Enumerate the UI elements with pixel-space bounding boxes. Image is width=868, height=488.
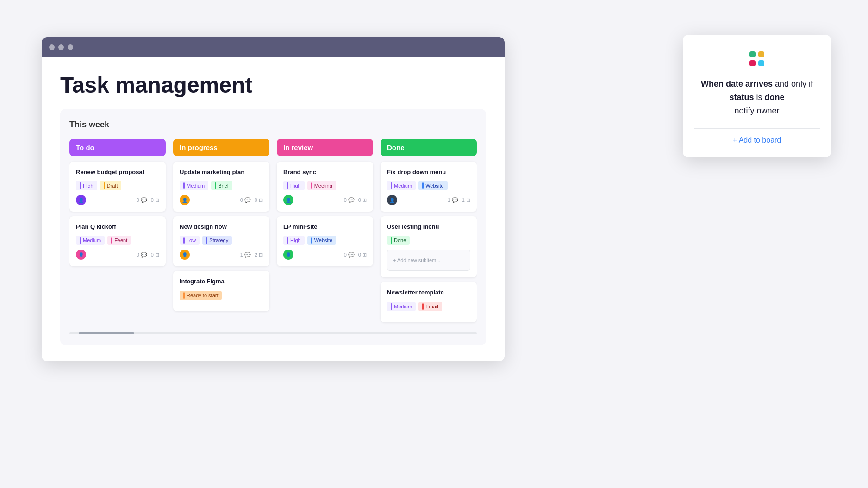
card-tags: High Draft	[76, 181, 159, 190]
slack-popup-text: When date arrives and only if status is …	[694, 77, 820, 117]
task-count: 0 ⊞	[358, 197, 367, 203]
column-header-inprogress: In progress	[173, 139, 269, 156]
tag-bar	[391, 182, 392, 189]
card-usertesting-menu[interactable]: UserTesting menu Done + Add new subitem.…	[381, 216, 477, 277]
comment-count: 0 💬	[344, 197, 355, 203]
browser-titlebar	[42, 37, 505, 57]
avatar: 👤	[180, 195, 190, 205]
footer-icons: 0 💬 0 ⊞	[137, 197, 159, 203]
card-title: UserTesting menu	[387, 223, 470, 231]
tag-label: Medium	[394, 183, 412, 188]
page-wrapper: Task management This week To do Renew bu…	[0, 0, 868, 488]
comment-count: 1 💬	[448, 197, 458, 203]
browser-content: Task management This week To do Renew bu…	[42, 57, 505, 361]
tag-bar	[80, 182, 81, 189]
card-brand-sync[interactable]: Brand sync High Meeting	[277, 162, 373, 212]
card-tags: Medium Event	[76, 236, 159, 245]
card-tags: High Meeting	[283, 181, 367, 190]
card-fix-dropdown[interactable]: Fix drop down menu Medium Website	[381, 162, 477, 212]
tag-bar	[422, 303, 424, 310]
svg-rect-2	[758, 51, 764, 57]
svg-rect-3	[758, 60, 764, 66]
task-count: 1 ⊞	[462, 197, 470, 203]
card-plan-q-kickoff[interactable]: Plan Q kickoff Medium Event	[69, 216, 166, 266]
columns-wrapper: To do Renew budget proposal High	[69, 139, 477, 327]
tag-label: Draft	[107, 183, 118, 188]
card-tags: Ready to start	[180, 291, 263, 300]
add-subitem-button[interactable]: + Add new subitem...	[393, 255, 464, 266]
column-done: Done Fix drop down menu Medium	[381, 139, 477, 327]
tag-label: High	[290, 238, 301, 243]
slack-text-bold-status: status	[729, 93, 754, 102]
comment-count: 0 💬	[240, 197, 251, 203]
card-title: Newsletter template	[387, 288, 470, 297]
tag-label: Meeting	[314, 183, 332, 188]
comment-count: 0 💬	[137, 197, 147, 203]
tag-bar	[183, 292, 185, 299]
kanban-board: This week To do Renew budget proposal Hi…	[60, 109, 486, 345]
tag-website: Website	[418, 181, 448, 190]
card-new-design-flow[interactable]: New design flow Low Strategy	[173, 216, 269, 266]
column-inprogress: In progress Update marketing plan Medium	[173, 139, 269, 327]
card-footer: 👤 0 💬 0 ⊞	[283, 250, 367, 260]
add-to-board-button[interactable]: + Add to board	[694, 128, 820, 144]
page-title: Task management	[60, 72, 486, 98]
slack-text-bold-date: When date arrives	[701, 79, 773, 88]
task-count: 0 ⊞	[151, 252, 159, 258]
card-footer: 👤 0 💬 0 ⊞	[283, 195, 367, 205]
card-update-marketing[interactable]: Update marketing plan Medium Brief	[173, 162, 269, 212]
card-footer: 👤 1 💬 2 ⊞	[180, 250, 263, 260]
column-header-done: Done	[381, 139, 477, 156]
card-title: New design flow	[180, 223, 263, 231]
browser-window: Task management This week To do Renew bu…	[42, 37, 505, 361]
tag-bar	[183, 182, 185, 189]
card-tags: Low Strategy	[180, 236, 263, 245]
scroll-indicator	[69, 332, 477, 334]
card-lp-minisite[interactable]: LP mini-site High Website	[277, 216, 373, 266]
board-section-header: This week	[69, 120, 477, 130]
slack-logo	[694, 48, 820, 70]
column-inreview: In review Brand sync High	[277, 139, 373, 327]
svg-rect-0	[749, 51, 756, 57]
avatar: 👤	[283, 250, 293, 260]
tag-bar	[183, 237, 185, 244]
footer-icons: 0 💬 0 ⊞	[344, 197, 367, 203]
avatar: 👤	[387, 195, 397, 205]
card-newsletter-template[interactable]: Newsletter template Medium Email	[381, 282, 477, 322]
tag-label: Website	[314, 238, 333, 243]
task-count: 0 ⊞	[151, 197, 159, 203]
column-header-todo: To do	[69, 139, 166, 156]
tag-label: Done	[394, 238, 406, 243]
avatar: 👤	[180, 250, 190, 260]
card-footer: 👤 1 💬 1 ⊞	[387, 195, 470, 205]
footer-icons: 0 💬 0 ⊞	[240, 197, 263, 203]
browser-dot-2	[58, 44, 64, 50]
tag-label: Brief	[218, 183, 229, 188]
tag-website: Website	[307, 236, 337, 245]
tag-event: Event	[107, 236, 131, 245]
column-header-inreview: In review	[277, 139, 373, 156]
footer-icons: 1 💬 1 ⊞	[448, 197, 470, 203]
tag-low: Low	[180, 236, 200, 245]
comment-count: 1 💬	[240, 252, 251, 258]
footer-icons: 1 💬 2 ⊞	[240, 252, 263, 258]
card-integrate-figma[interactable]: Integrate Figma Ready to start	[173, 271, 269, 311]
card-renew-budget[interactable]: Renew budget proposal High Draft	[69, 162, 166, 212]
tag-label: Ready to start	[187, 293, 218, 298]
footer-icons: 0 💬 0 ⊞	[344, 252, 367, 258]
tag-bar	[391, 237, 392, 244]
tag-meeting: Meeting	[307, 181, 336, 190]
tag-label: High	[83, 183, 94, 188]
tag-email: Email	[418, 302, 442, 311]
card-title: Renew budget proposal	[76, 168, 159, 176]
tag-brief: Brief	[211, 181, 232, 190]
tag-high: High	[76, 181, 97, 190]
tag-medium: Medium	[76, 236, 105, 245]
card-title: Plan Q kickoff	[76, 223, 159, 231]
subitem-card: + Add new subitem...	[387, 250, 470, 271]
tag-bar	[104, 182, 105, 189]
tag-bar	[215, 182, 216, 189]
tag-high: High	[283, 181, 305, 190]
browser-dot-1	[49, 44, 55, 50]
card-title: Integrate Figma	[180, 277, 263, 286]
